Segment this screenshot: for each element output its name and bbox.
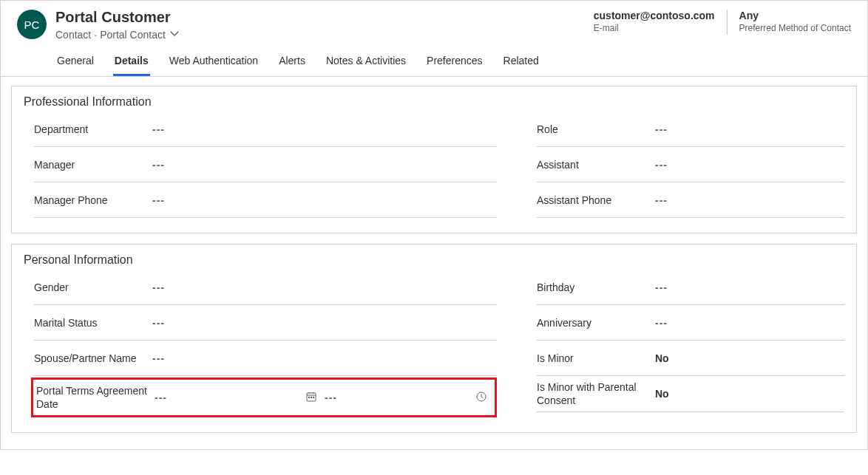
record-header: PC Portal Customer Contact · Portal Cont… bbox=[1, 1, 867, 77]
form-name: Portal Contact bbox=[100, 29, 166, 41]
field-label: Spouse/Partner Name bbox=[34, 352, 152, 365]
field-label: Role bbox=[537, 123, 655, 136]
avatar: PC bbox=[17, 10, 47, 39]
tab-notes-activities[interactable]: Notes & Activities bbox=[325, 52, 407, 76]
section-title: Professional Information bbox=[24, 95, 844, 109]
field-label: Anniversary bbox=[537, 316, 655, 329]
field-label: Assistant Phone bbox=[537, 194, 655, 207]
field-birthday[interactable]: Birthday --- bbox=[537, 270, 844, 305]
field-value[interactable]: --- bbox=[152, 352, 497, 364]
field-label: Is Minor bbox=[537, 352, 655, 365]
field-portal-terms-agreement-date[interactable]: Portal Terms Agreement Date --- --- bbox=[31, 377, 497, 417]
field-is-minor[interactable]: Is Minor No bbox=[537, 341, 844, 376]
header-email-value: customer@contoso.com bbox=[594, 10, 715, 21]
tab-list: General Details Web Authentication Alert… bbox=[55, 41, 540, 76]
field-value[interactable]: --- bbox=[152, 317, 497, 329]
field-manager[interactable]: Manager --- bbox=[34, 147, 497, 182]
field-gender[interactable]: Gender --- bbox=[34, 270, 497, 305]
field-value[interactable]: --- bbox=[655, 281, 844, 293]
field-value[interactable]: --- bbox=[655, 123, 844, 135]
field-value[interactable]: No bbox=[655, 388, 844, 400]
field-value[interactable]: --- bbox=[152, 159, 497, 171]
header-email-label: E-mail bbox=[594, 23, 715, 33]
field-marital-status[interactable]: Marital Status --- bbox=[34, 305, 497, 341]
svg-line-9 bbox=[481, 397, 484, 398]
form-body: Professional Information Department --- … bbox=[1, 77, 867, 449]
svg-rect-5 bbox=[311, 397, 312, 398]
field-value[interactable]: --- bbox=[152, 281, 497, 293]
header-contact-method[interactable]: Any Preferred Method of Contact bbox=[739, 10, 851, 33]
field-label: Marital Status bbox=[34, 316, 152, 329]
time-value: --- bbox=[325, 392, 337, 403]
header-email[interactable]: customer@contoso.com E-mail bbox=[594, 10, 715, 33]
tab-alerts[interactable]: Alerts bbox=[277, 52, 307, 76]
field-label: Portal Terms Agreement Date bbox=[36, 384, 155, 411]
field-label: Is Minor with Parental Consent bbox=[537, 380, 655, 407]
field-is-minor-with-parental-consent[interactable]: Is Minor with Parental Consent No bbox=[537, 376, 844, 412]
date-part[interactable]: --- bbox=[155, 391, 317, 405]
field-label: Assistant bbox=[537, 158, 655, 171]
field-value[interactable]: --- bbox=[152, 194, 497, 206]
clock-icon[interactable] bbox=[475, 391, 487, 405]
record-subtitle[interactable]: Contact · Portal Contact bbox=[55, 27, 540, 41]
field-assistant[interactable]: Assistant --- bbox=[537, 147, 844, 182]
field-value[interactable]: --- bbox=[655, 317, 844, 329]
field-label: Manager Phone bbox=[34, 194, 152, 207]
field-spouse-partner-name[interactable]: Spouse/Partner Name --- bbox=[34, 341, 497, 376]
field-assistant-phone[interactable]: Assistant Phone --- bbox=[537, 182, 844, 218]
field-value[interactable]: --- bbox=[655, 194, 844, 206]
tab-related[interactable]: Related bbox=[502, 52, 540, 76]
section-title: Personal Information bbox=[24, 253, 844, 267]
field-department[interactable]: Department --- bbox=[34, 112, 497, 147]
entity-name: Contact bbox=[55, 29, 91, 41]
tab-preferences[interactable]: Preferences bbox=[425, 52, 484, 76]
section-professional-information: Professional Information Department --- … bbox=[11, 86, 857, 233]
section-personal-information: Personal Information Gender --- Marital … bbox=[11, 244, 857, 433]
calendar-icon[interactable] bbox=[305, 391, 317, 405]
divider bbox=[727, 10, 728, 35]
date-value: --- bbox=[155, 392, 167, 403]
field-label: Birthday bbox=[537, 281, 655, 294]
time-part[interactable]: --- bbox=[325, 391, 487, 405]
svg-rect-6 bbox=[313, 397, 314, 398]
field-value[interactable]: No bbox=[655, 352, 844, 364]
record-title: Portal Customer bbox=[55, 8, 540, 26]
field-role[interactable]: Role --- bbox=[537, 112, 844, 147]
header-contact-method-label: Preferred Method of Contact bbox=[739, 23, 851, 33]
field-value[interactable]: --- bbox=[152, 123, 497, 135]
field-value[interactable]: --- bbox=[655, 159, 844, 171]
svg-rect-4 bbox=[308, 397, 310, 398]
tab-details[interactable]: Details bbox=[113, 52, 150, 76]
field-label: Manager bbox=[34, 158, 152, 171]
chevron-down-icon[interactable] bbox=[169, 27, 180, 41]
tab-general[interactable]: General bbox=[55, 52, 95, 76]
header-contact-method-value: Any bbox=[739, 10, 851, 21]
field-manager-phone[interactable]: Manager Phone --- bbox=[34, 182, 497, 218]
field-anniversary[interactable]: Anniversary --- bbox=[537, 305, 844, 341]
field-label: Gender bbox=[34, 281, 152, 294]
field-label: Department bbox=[34, 123, 152, 136]
tab-web-authentication[interactable]: Web Authentication bbox=[168, 52, 260, 76]
